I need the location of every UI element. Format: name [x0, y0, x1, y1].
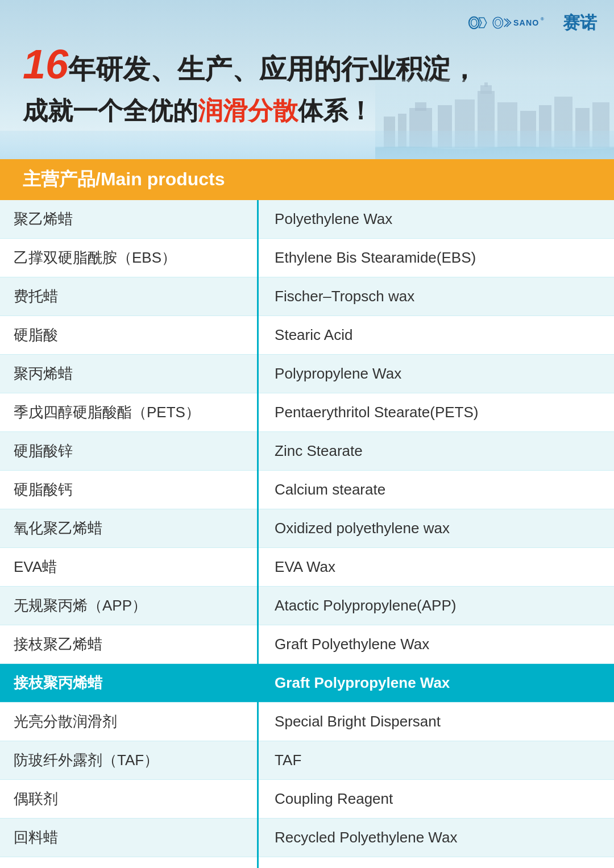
- table-row: 费托蜡Fischer–Tropsch wax: [0, 277, 614, 316]
- table-row: 乙撑双硬脂酰胺（EBS）Ethylene Bis Stearamide(EBS): [0, 239, 614, 277]
- table-row: 季戊四醇硬脂酸酯（PETS）Pentaerythritol Stearate(P…: [0, 393, 614, 432]
- svg-point-1: [471, 19, 477, 26]
- product-chinese-name: EVA蜡: [0, 548, 258, 587]
- product-chinese-name: 防玻纤外露剂（TAF）: [0, 741, 258, 780]
- product-chinese-name: 偶联剂: [0, 780, 258, 819]
- product-chinese-name: 硬脂酸锌: [0, 432, 258, 471]
- svg-point-3: [493, 17, 503, 28]
- table-row: 聚乙烯蜡Polyethylene Wax: [0, 200, 614, 239]
- table-row: 接枝聚乙烯蜡Graft Polyethylene Wax: [0, 625, 614, 664]
- product-chinese-name: 聚乙烯蜡: [0, 200, 258, 239]
- product-chinese-name: 接枝聚乙烯蜡: [0, 625, 258, 664]
- product-chinese-name: 硬脂酸: [0, 316, 258, 355]
- product-english-name: Stearoyl Benzoyl Methane(SBM): [258, 857, 614, 869]
- brand-name: SANO ®: [492, 11, 561, 35]
- product-chinese-name: 光亮分散润滑剂: [0, 703, 258, 741]
- product-english-name: Recycled Polyethylene Wax: [258, 819, 614, 857]
- tagline-highlight-text: 润滑分散: [198, 97, 298, 124]
- svg-point-4: [495, 19, 501, 26]
- table-row: 氧化聚乙烯蜡Oxidized polyethylene wax: [0, 509, 614, 548]
- table-row: 硬脂酰苯甲酰甲烷（SBM）Stearoyl Benzoyl Methane(SB…: [0, 857, 614, 869]
- product-english-name: Ethylene Bis Stearamide(EBS): [258, 239, 614, 277]
- products-table: 聚乙烯蜡Polyethylene Wax乙撑双硬脂酰胺（EBS）Ethylene…: [0, 200, 614, 868]
- table-row: 回料蜡Recycled Polyethylene Wax: [0, 819, 614, 857]
- table-row: EVA蜡EVA Wax: [0, 548, 614, 587]
- product-chinese-name: 无规聚丙烯（APP）: [0, 587, 258, 625]
- product-english-name: EVA Wax: [258, 548, 614, 587]
- product-chinese-name: 接枝聚丙烯蜡: [0, 664, 258, 703]
- product-english-name: Oxidized polyethylene wax: [258, 509, 614, 548]
- table-row: 光亮分散润滑剂Special Bright Dispersant: [0, 703, 614, 741]
- table-row: 聚丙烯蜡Polypropylene Wax: [0, 355, 614, 393]
- product-english-name: TAF: [258, 741, 614, 780]
- product-english-name: Calcium stearate: [258, 471, 614, 509]
- table-row: 防玻纤外露剂（TAF）TAF: [0, 741, 614, 780]
- logo-chinese-text: 赛诺: [563, 11, 597, 35]
- table-row: 硬脂酸Stearic Acid: [0, 316, 614, 355]
- product-chinese-name: 聚丙烯蜡: [0, 355, 258, 393]
- water-area: [0, 131, 614, 159]
- svg-rect-10: [484, 82, 488, 87]
- svg-marker-2: [479, 18, 487, 28]
- product-chinese-name: 季戊四醇硬脂酸酯（PETS）: [0, 393, 258, 432]
- table-row: 无规聚丙烯（APP）Atactic Polypropylene(APP): [0, 587, 614, 625]
- product-english-name: Special Bright Dispersant: [258, 703, 614, 741]
- logo-icon: [467, 10, 492, 35]
- section-title: 主营产品/Main products: [23, 169, 225, 189]
- table-row: 硬脂酸锌Zinc Stearate: [0, 432, 614, 471]
- svg-rect-12: [415, 102, 426, 111]
- product-english-name: Fischer–Tropsch wax: [258, 277, 614, 316]
- product-english-name: Atactic Polypropylene(APP): [258, 587, 614, 625]
- tagline-line2-prefix: 成就一个全优的: [23, 97, 198, 124]
- table-row: 接枝聚丙烯蜡Graft Polypropylene Wax: [0, 664, 614, 703]
- logo-area: SANO ® 赛诺: [467, 10, 597, 35]
- table-row: 偶联剂Coupling Reagent: [0, 780, 614, 819]
- svg-text:®: ®: [541, 16, 545, 22]
- svg-text:SANO: SANO: [513, 18, 539, 27]
- product-chinese-name: 费托蜡: [0, 277, 258, 316]
- product-english-name: Polyethylene Wax: [258, 200, 614, 239]
- product-chinese-name: 硬脂酸钙: [0, 471, 258, 509]
- product-english-name: Stearic Acid: [258, 316, 614, 355]
- hero-section: SANO ® 赛诺 16年研发、生产、应用的行业积淀， 成就一个全优的润滑分散体…: [0, 0, 614, 159]
- product-english-name: Zinc Stearate: [258, 432, 614, 471]
- section-header: 主营产品/Main products: [0, 159, 614, 200]
- product-chinese-name: 硬脂酰苯甲酰甲烷（SBM）: [0, 857, 258, 869]
- table-row: 硬脂酸钙Calcium stearate: [0, 471, 614, 509]
- product-english-name: Graft Polypropylene Wax: [258, 664, 614, 703]
- product-chinese-name: 氧化聚乙烯蜡: [0, 509, 258, 548]
- sano-logo-svg: SANO ®: [492, 11, 561, 35]
- product-chinese-name: 回料蜡: [0, 819, 258, 857]
- tagline-line2-suffix: 体系！: [298, 97, 373, 124]
- product-chinese-name: 乙撑双硬脂酰胺（EBS）: [0, 239, 258, 277]
- product-english-name: Graft Polyethylene Wax: [258, 625, 614, 664]
- product-english-name: Polypropylene Wax: [258, 355, 614, 393]
- product-english-name: Pentaerythritol Stearate(PETS): [258, 393, 614, 432]
- tagline-number: 16: [23, 41, 68, 87]
- product-english-name: Coupling Reagent: [258, 780, 614, 819]
